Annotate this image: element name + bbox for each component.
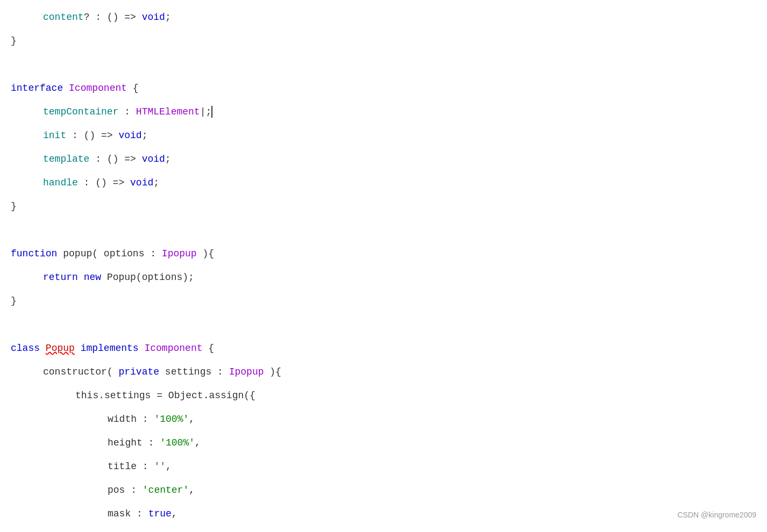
code-token: Popup bbox=[107, 272, 136, 283]
code-token: } bbox=[11, 201, 17, 212]
code-token: template bbox=[43, 154, 89, 164]
code-line: content? : () => void; bbox=[5, 5, 767, 29]
code-line bbox=[5, 218, 767, 242]
code-token: } bbox=[11, 35, 17, 46]
code-token: Icomponent bbox=[69, 83, 127, 94]
code-token: settings : bbox=[159, 366, 229, 377]
code-token: , bbox=[189, 485, 195, 495]
code-token: , bbox=[189, 414, 195, 425]
code-token: Ipopup bbox=[229, 366, 264, 377]
code-token: , bbox=[195, 437, 201, 448]
code-token: ; bbox=[142, 130, 148, 141]
code-line bbox=[5, 53, 767, 76]
code-line: template : () => void; bbox=[5, 147, 767, 171]
code-token: 'center' bbox=[143, 485, 189, 495]
code-token bbox=[40, 343, 46, 354]
code-line: width : '100%', bbox=[5, 407, 767, 431]
code-token: ? : () => bbox=[84, 12, 142, 23]
code-token: handle bbox=[43, 177, 78, 188]
code-token bbox=[78, 272, 84, 283]
code-token: '100%' bbox=[154, 414, 189, 425]
code-line bbox=[5, 313, 767, 336]
code-token: content bbox=[43, 12, 84, 23]
code-token: : () => bbox=[78, 177, 130, 188]
code-line: } bbox=[5, 195, 767, 218]
code-token: true bbox=[148, 508, 172, 519]
code-token: tempContainer bbox=[43, 106, 118, 117]
code-line: init : () => void; bbox=[5, 124, 767, 147]
code-line: } bbox=[5, 289, 767, 313]
code-token: | bbox=[200, 106, 206, 117]
code-line: handle : () => void; bbox=[5, 171, 767, 195]
code-line: tempContainer : HTMLElement|; bbox=[5, 100, 767, 124]
code-line: interface Icomponent { bbox=[5, 76, 767, 100]
code-token: (options); bbox=[136, 272, 194, 283]
code-token: '' bbox=[154, 461, 166, 472]
code-token: function bbox=[11, 248, 57, 259]
code-token: ; bbox=[205, 106, 211, 117]
code-token: height : bbox=[108, 437, 160, 448]
code-token: class bbox=[11, 343, 40, 354]
code-line: } bbox=[5, 29, 767, 53]
code-token: Icomponent bbox=[144, 343, 202, 354]
code-token: { bbox=[127, 83, 139, 94]
code-token: ; bbox=[165, 154, 171, 164]
code-token: Popup bbox=[46, 343, 75, 354]
watermark: CSDN @kingrome2009 bbox=[678, 503, 757, 527]
code-token: void bbox=[130, 177, 153, 188]
code-token: popup( options : bbox=[57, 248, 161, 259]
code-token: ){ bbox=[197, 248, 214, 259]
code-line: content : function(){} bbox=[5, 526, 767, 532]
code-token: mask : bbox=[108, 508, 148, 519]
code-token: : bbox=[118, 106, 136, 117]
code-token: width : bbox=[108, 414, 154, 425]
code-line: constructor( private settings : Ipopup )… bbox=[5, 360, 767, 384]
code-line: height : '100%', bbox=[5, 431, 767, 455]
code-line: this.settings = Object.assign({ bbox=[5, 384, 767, 407]
code-token: init bbox=[43, 130, 66, 141]
code-line: mask : true, bbox=[5, 502, 767, 526]
code-token: } bbox=[11, 296, 17, 306]
code-token: ; bbox=[153, 177, 159, 188]
code-token: ){ bbox=[264, 366, 281, 377]
code-token: , bbox=[172, 508, 177, 519]
code-token: void bbox=[142, 12, 165, 23]
code-line: pos : 'center', bbox=[5, 478, 767, 502]
code-token: return bbox=[43, 272, 78, 283]
code-line: return new Popup(options); bbox=[5, 265, 767, 289]
code-token bbox=[63, 83, 69, 94]
code-token: '100%' bbox=[160, 437, 195, 448]
code-token: new bbox=[84, 272, 101, 283]
code-token: title : bbox=[108, 461, 154, 472]
code-content: content? : () => void;} interface Icompo… bbox=[0, 0, 767, 532]
code-token: Ipopup bbox=[162, 248, 197, 259]
code-token: void bbox=[142, 154, 165, 164]
code-token: private bbox=[118, 366, 159, 377]
code-token: this.settings = Object.assign({ bbox=[75, 390, 255, 401]
code-token: ; bbox=[165, 12, 171, 23]
text-cursor bbox=[211, 106, 212, 118]
code-token: interface bbox=[11, 83, 63, 94]
code-token: pos : bbox=[108, 485, 143, 495]
code-token: void bbox=[118, 130, 141, 141]
code-token: constructor( bbox=[43, 366, 118, 377]
code-editor: content? : () => void;} interface Icompo… bbox=[0, 0, 767, 532]
code-token: { bbox=[203, 343, 215, 354]
code-token: : () => bbox=[66, 130, 118, 141]
code-token: HTMLElement bbox=[136, 106, 200, 117]
code-token: , bbox=[166, 461, 172, 472]
code-line: function popup( options : Ipopup ){ bbox=[5, 242, 767, 265]
code-line: class Popup implements Icomponent { bbox=[5, 336, 767, 360]
code-token: implements bbox=[75, 343, 145, 354]
code-line: title : '', bbox=[5, 455, 767, 478]
code-token bbox=[101, 272, 107, 283]
code-token: : () => bbox=[89, 154, 141, 164]
